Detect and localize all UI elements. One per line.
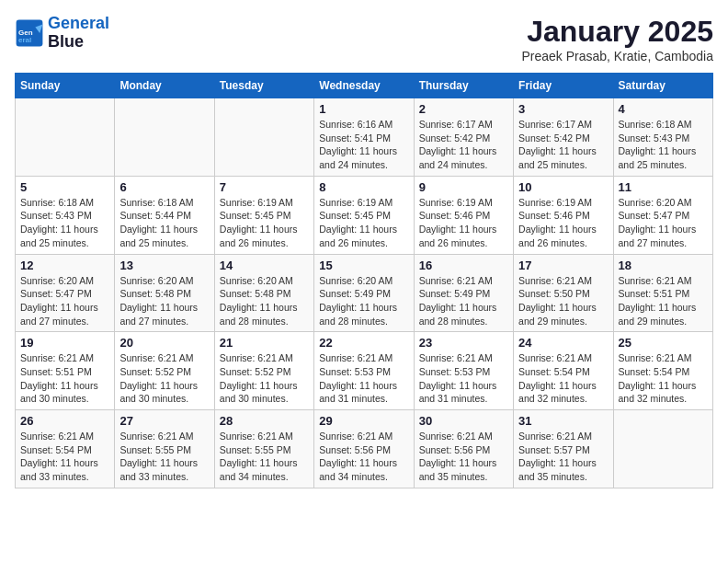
day-info: Sunrise: 6:19 AMSunset: 5:45 PMDaylight:… [319,196,408,250]
weekday-header-saturday: Saturday [613,74,712,98]
calendar-subtitle: Preaek Prasab, Kratie, Cambodia [521,49,713,63]
day-info: Sunrise: 6:21 AMSunset: 5:50 PMDaylight:… [518,274,608,328]
day-number: 28 [220,414,309,428]
title-block: January 2025 Preaek Prasab, Kratie, Camb… [521,15,713,63]
day-number: 2 [419,102,508,116]
calendar-cell: 17Sunrise: 6:21 AMSunset: 5:50 PMDayligh… [514,254,613,332]
day-info: Sunrise: 6:20 AMSunset: 5:48 PMDaylight:… [220,274,309,328]
day-number: 30 [419,414,508,428]
day-info: Sunrise: 6:20 AMSunset: 5:47 PMDaylight:… [619,196,708,250]
calendar-cell: 3Sunrise: 6:17 AMSunset: 5:42 PMDaylight… [514,98,613,177]
day-info: Sunrise: 6:21 AMSunset: 5:54 PMDaylight:… [20,430,109,484]
day-number: 24 [518,336,608,350]
day-number: 12 [20,259,109,272]
day-number: 21 [220,336,309,350]
calendar-cell: 23Sunrise: 6:21 AMSunset: 5:53 PMDayligh… [414,332,513,410]
day-info: Sunrise: 6:18 AMSunset: 5:44 PMDaylight:… [119,196,209,250]
calendar-cell: 27Sunrise: 6:21 AMSunset: 5:55 PMDayligh… [115,410,214,488]
day-info: Sunrise: 6:21 AMSunset: 5:54 PMDaylight:… [518,351,608,406]
calendar-cell: 19Sunrise: 6:21 AMSunset: 5:51 PMDayligh… [16,332,115,410]
day-number: 16 [419,259,508,272]
day-info: Sunrise: 6:21 AMSunset: 5:53 PMDaylight:… [419,351,508,406]
day-number: 4 [619,102,708,116]
day-number: 7 [220,180,309,194]
calendar-cell: 14Sunrise: 6:20 AMSunset: 5:48 PMDayligh… [214,254,313,332]
day-info: Sunrise: 6:16 AMSunset: 5:41 PMDaylight:… [319,118,408,172]
calendar-cell: 28Sunrise: 6:21 AMSunset: 5:55 PMDayligh… [214,410,313,488]
day-info: Sunrise: 6:21 AMSunset: 5:56 PMDaylight:… [319,430,408,484]
day-number: 10 [518,180,608,194]
calendar-cell: 1Sunrise: 6:16 AMSunset: 5:41 PMDaylight… [314,98,414,177]
calendar-cell: 7Sunrise: 6:19 AMSunset: 5:45 PMDaylight… [214,176,313,254]
day-info: Sunrise: 6:21 AMSunset: 5:57 PMDaylight:… [518,430,608,484]
calendar-cell: 31Sunrise: 6:21 AMSunset: 5:57 PMDayligh… [514,410,613,488]
calendar-cell: 26Sunrise: 6:21 AMSunset: 5:54 PMDayligh… [16,410,115,488]
day-number: 5 [20,180,109,194]
day-info: Sunrise: 6:21 AMSunset: 5:51 PMDaylight:… [619,274,708,328]
day-number: 17 [518,259,608,272]
calendar-cell: 16Sunrise: 6:21 AMSunset: 5:49 PMDayligh… [414,254,513,332]
day-info: Sunrise: 6:21 AMSunset: 5:52 PMDaylight:… [119,351,209,406]
day-info: Sunrise: 6:21 AMSunset: 5:54 PMDaylight:… [619,351,708,406]
calendar-cell [214,98,313,177]
day-info: Sunrise: 6:19 AMSunset: 5:45 PMDaylight:… [220,196,309,250]
day-number: 11 [619,180,708,194]
calendar-cell: 10Sunrise: 6:19 AMSunset: 5:46 PMDayligh… [514,176,613,254]
day-number: 3 [518,102,608,116]
calendar-cell: 29Sunrise: 6:21 AMSunset: 5:56 PMDayligh… [314,410,414,488]
day-number: 22 [319,336,408,350]
day-number: 27 [119,414,209,428]
day-number: 1 [319,102,408,116]
calendar-cell: 18Sunrise: 6:21 AMSunset: 5:51 PMDayligh… [613,254,712,332]
calendar-cell: 2Sunrise: 6:17 AMSunset: 5:42 PMDaylight… [414,98,513,177]
day-info: Sunrise: 6:21 AMSunset: 5:52 PMDaylight:… [220,351,309,406]
calendar-table: SundayMondayTuesdayWednesdayThursdayFrid… [15,73,713,488]
day-number: 25 [619,336,708,350]
svg-text:eral: eral [18,36,31,44]
day-info: Sunrise: 6:21 AMSunset: 5:55 PMDaylight:… [220,430,309,484]
calendar-cell: 9Sunrise: 6:19 AMSunset: 5:46 PMDaylight… [414,176,513,254]
day-info: Sunrise: 6:20 AMSunset: 5:49 PMDaylight:… [319,274,408,328]
calendar-cell [16,98,115,177]
calendar-cell: 8Sunrise: 6:19 AMSunset: 5:45 PMDaylight… [314,176,414,254]
day-number: 8 [319,180,408,194]
day-number: 31 [518,414,608,428]
calendar-cell: 24Sunrise: 6:21 AMSunset: 5:54 PMDayligh… [514,332,613,410]
weekday-header-wednesday: Wednesday [314,74,414,98]
svg-text:Gen: Gen [18,28,33,36]
calendar-cell: 21Sunrise: 6:21 AMSunset: 5:52 PMDayligh… [214,332,313,410]
calendar-cell: 11Sunrise: 6:20 AMSunset: 5:47 PMDayligh… [613,176,712,254]
calendar-cell: 12Sunrise: 6:20 AMSunset: 5:47 PMDayligh… [16,254,115,332]
weekday-header-row: SundayMondayTuesdayWednesdayThursdayFrid… [16,74,713,98]
day-number: 23 [419,336,508,350]
day-number: 29 [319,414,408,428]
week-row-2: 5Sunrise: 6:18 AMSunset: 5:43 PMDaylight… [16,176,713,254]
day-info: Sunrise: 6:21 AMSunset: 5:51 PMDaylight:… [20,351,109,406]
day-number: 14 [220,259,309,272]
logo-text: GeneralBlue [48,15,109,52]
calendar-cell: 22Sunrise: 6:21 AMSunset: 5:53 PMDayligh… [314,332,414,410]
day-number: 26 [20,414,109,428]
weekday-header-friday: Friday [514,74,613,98]
weekday-header-monday: Monday [115,74,214,98]
day-number: 15 [319,259,408,272]
calendar-cell: 5Sunrise: 6:18 AMSunset: 5:43 PMDaylight… [16,176,115,254]
day-number: 20 [119,336,209,350]
calendar-cell: 20Sunrise: 6:21 AMSunset: 5:52 PMDayligh… [115,332,214,410]
week-row-3: 12Sunrise: 6:20 AMSunset: 5:47 PMDayligh… [16,254,713,332]
calendar-cell: 4Sunrise: 6:18 AMSunset: 5:43 PMDaylight… [613,98,712,177]
day-info: Sunrise: 6:20 AMSunset: 5:47 PMDaylight:… [20,274,109,328]
day-info: Sunrise: 6:19 AMSunset: 5:46 PMDaylight:… [419,196,508,250]
logo-icon: Gen eral [15,18,44,48]
calendar-cell: 6Sunrise: 6:18 AMSunset: 5:44 PMDaylight… [115,176,214,254]
day-info: Sunrise: 6:17 AMSunset: 5:42 PMDaylight:… [419,118,508,172]
day-number: 9 [419,180,508,194]
day-info: Sunrise: 6:21 AMSunset: 5:56 PMDaylight:… [419,430,508,484]
day-info: Sunrise: 6:21 AMSunset: 5:53 PMDaylight:… [319,351,408,406]
calendar-cell: 15Sunrise: 6:20 AMSunset: 5:49 PMDayligh… [314,254,414,332]
day-number: 18 [619,259,708,272]
day-info: Sunrise: 6:18 AMSunset: 5:43 PMDaylight:… [20,196,109,250]
week-row-1: 1Sunrise: 6:16 AMSunset: 5:41 PMDaylight… [16,98,713,177]
calendar-cell: 13Sunrise: 6:20 AMSunset: 5:48 PMDayligh… [115,254,214,332]
calendar-cell [613,410,712,488]
